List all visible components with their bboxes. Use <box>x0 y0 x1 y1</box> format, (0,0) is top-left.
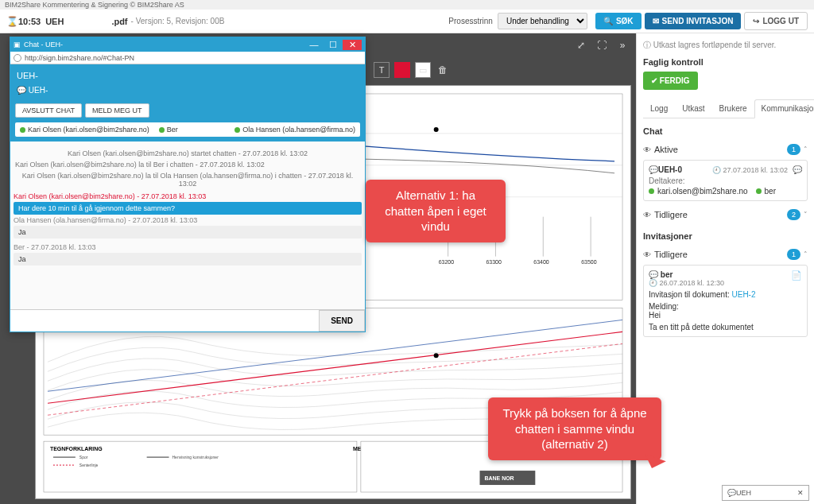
process-select[interactable]: Under behandling <box>498 13 587 29</box>
search-button[interactable]: 🔍SØK <box>595 13 642 29</box>
chat-header: UEH- UEH- <box>10 64 365 100</box>
end-chat-button[interactable]: AVSLUTT CHAT <box>15 103 82 118</box>
active-section[interactable]: 👁 Aktive 1 ˄ <box>643 144 808 155</box>
clock-icon: 🕘 <box>649 279 660 287</box>
side-panel: Utkast lagres fortløpende til server. Fa… <box>636 33 814 504</box>
close-icon[interactable]: ✕ <box>797 489 804 497</box>
doc-ext: .pdf <box>111 17 127 26</box>
chevron-up-icon: ˄ <box>804 145 808 153</box>
send-invitation-button[interactable]: ✉SEND INVITASJON <box>645 13 742 29</box>
send-button[interactable]: SEND <box>319 310 365 331</box>
chat-url: http://sign.bim2share.no/#Chat-PN <box>25 54 134 62</box>
svg-point-5 <box>434 127 439 132</box>
status-dot-icon <box>756 188 762 194</box>
trash-icon[interactable]: 🗑 <box>436 63 450 77</box>
svg-text:Henvisning konstruksjoner: Henvisning konstruksjoner <box>172 455 219 459</box>
chevron-down-icon: ˅ <box>804 211 808 219</box>
chevron-up-icon: ˄ <box>804 250 808 258</box>
status-dot-icon <box>235 127 240 133</box>
check-icon: ✔ <box>651 76 660 85</box>
invitations-heading: Invitasjoner <box>643 231 808 241</box>
msg-body: Har dere 10 min til å gå igjennom dette … <box>14 202 362 215</box>
participant: kari.olsen@bim2share.no <box>657 187 748 196</box>
reload-icon[interactable] <box>14 54 21 62</box>
chat-input-row: SEND <box>10 309 365 331</box>
svg-text:Spor: Spor <box>79 455 88 459</box>
inv-tidligere-label: Tidligere <box>654 250 688 259</box>
fullscreen-icon[interactable]: ⛶ <box>595 38 609 52</box>
rect-tool-icon[interactable]: ▭ <box>415 62 431 78</box>
chat-user: Ber <box>167 126 178 134</box>
chat-input[interactable] <box>10 310 319 331</box>
chat-header-code: UEH- <box>17 68 359 83</box>
reply-header: Ola Hansen (ola.hansen@firma.no) - 27.07… <box>14 216 362 224</box>
eye-icon: 👁 <box>643 250 651 259</box>
chat-window: ▣ Chat - UEH- — ☐ ✕ http://sign.bim2shar… <box>10 37 366 332</box>
minimize-icon[interactable]: — <box>304 40 324 50</box>
close-icon[interactable]: ✕ <box>343 40 362 50</box>
tab-utkast[interactable]: Utkast <box>675 99 711 118</box>
tidligere-badge: 2 <box>787 209 800 220</box>
time-label: 10:53 <box>18 17 41 26</box>
logout-button[interactable]: ↪LOGG UT <box>744 12 808 30</box>
ferdig-button[interactable]: ✔ FERDIG <box>643 72 698 90</box>
text-tool-icon[interactable]: T <box>374 62 390 78</box>
log-line: Kari Olsen (kari.olsen@bim2share.no) la … <box>15 172 360 188</box>
color-red-icon[interactable] <box>394 62 410 78</box>
logout-icon: ↪ <box>753 17 759 25</box>
bottom-chat-label: UEH <box>736 489 751 497</box>
inv-msg-label: Melding: <box>649 302 802 311</box>
svg-text:BANE NOR: BANE NOR <box>484 475 514 481</box>
log-line: Kari Olsen (kari.olsen@bim2share.no) sta… <box>15 149 360 157</box>
chat-card[interactable]: 💬 UEH-0 🕘27.07.2018 kl. 13:02 💬 Deltaker… <box>643 160 808 201</box>
maximize-icon[interactable]: ☐ <box>324 40 343 50</box>
chat-window-title: Chat - UEH- <box>24 41 63 48</box>
tidligere-section[interactable]: 👁 Tidligere 2 ˅ <box>643 209 808 220</box>
active-label: Aktive <box>654 145 678 154</box>
hourglass-icon: ⌛ <box>6 16 18 27</box>
chat-url-bar[interactable]: http://sign.bim2share.no/#Chat-PN <box>10 52 365 64</box>
participant: ber <box>765 187 776 196</box>
chat-user: Ola Hansen (ola.hansen@firma.no) <box>242 126 355 134</box>
chat-header-sub: UEH- <box>17 83 359 97</box>
chat-name: UEH-0 <box>658 165 682 174</box>
inv-name: ber <box>661 270 673 279</box>
callout-1: Alternativ 1: ha chatten åpen i eget vin… <box>366 180 506 242</box>
callout-2: Trykk på boksen for å åpne chatten i sam… <box>488 397 661 460</box>
expand-icon[interactable]: ⤢ <box>574 38 588 52</box>
svg-text:63300: 63300 <box>486 259 501 265</box>
more-icon[interactable]: » <box>615 38 630 52</box>
faglig-kontroll-heading: Faglig kontroll <box>643 57 808 67</box>
tick-label: 63200 <box>439 259 454 265</box>
chat-window-titlebar[interactable]: ▣ Chat - UEH- — ☐ ✕ <box>10 37 365 52</box>
inv-doc-link[interactable]: UEH-2 <box>732 290 756 299</box>
tab-logg[interactable]: Logg <box>643 99 675 118</box>
tab-brukere[interactable]: Brukere <box>712 99 754 118</box>
chat-user: Kari Olsen (kari.olsen@bim2share.no) <box>28 126 149 134</box>
legend-title: TEGNFORKLARING <box>50 446 103 452</box>
reply-body: Ja <box>14 226 362 238</box>
chat-open-icon[interactable]: 💬 <box>793 165 802 174</box>
bottom-chat-box[interactable]: 💬 UEH ✕ <box>722 485 809 501</box>
tidligere-label: Tidligere <box>654 210 688 219</box>
app-icon: ▣ <box>14 41 21 48</box>
chat-log[interactable]: Kari Olsen (kari.olsen@bim2share.no) sta… <box>10 142 365 309</box>
eye-icon: 👁 <box>643 145 651 154</box>
save-hint: Utkast lagres fortløpende til server. <box>643 40 808 51</box>
doc-code: UEH <box>45 17 64 26</box>
participants-label: Deltakere: <box>649 176 802 185</box>
chat-ts: 🕘27.07.2018 kl. 13:02 <box>712 166 788 174</box>
svg-text:Senterlinje: Senterlinje <box>79 463 99 467</box>
chat-bubble-icon: 💬 <box>649 270 661 279</box>
process-label: Prosesstrinn <box>448 17 493 25</box>
file-icon: 📄 <box>791 270 802 281</box>
log-line: Kari Olsen (kari.olsen@bim2share.no) la … <box>15 161 360 169</box>
reply-header: Ber - 27.07.2018 kl. 13:03 <box>14 243 362 251</box>
tab-kommunikasjon[interactable]: Kommunikasjon <box>754 99 814 118</box>
invitation-card[interactable]: 📄 💬 ber 🕘 26.07.2018 kl. 12:30 Invitasjo… <box>643 265 808 337</box>
status-dot-icon <box>649 188 654 194</box>
eye-off-icon: 👁 <box>643 211 651 219</box>
leave-chat-button[interactable]: MELD MEG UT <box>85 103 149 118</box>
app-topline: BIM2Share Kommentering & Signering © BIM… <box>0 0 814 10</box>
inv-tidligere-section[interactable]: 👁 Tidligere 1 ˄ <box>643 249 808 260</box>
